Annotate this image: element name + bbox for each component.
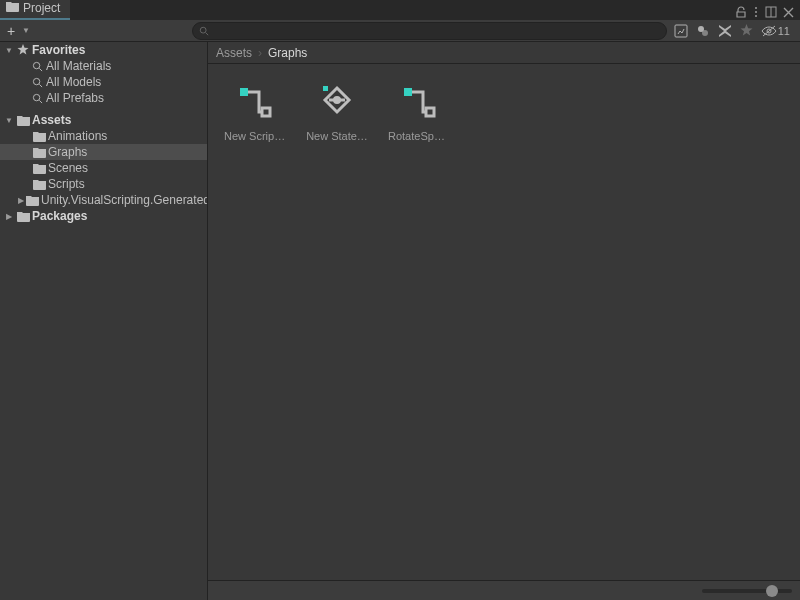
favorite-all-models[interactable]: ▶ All Models — [0, 74, 207, 90]
project-tab[interactable]: Project — [0, 0, 70, 20]
svg-rect-23 — [426, 108, 434, 116]
foldout-icon[interactable]: ▶ — [18, 196, 24, 205]
asset-script-graph[interactable]: New Script… — [224, 80, 286, 142]
svg-rect-7 — [675, 25, 687, 37]
folder-icon — [32, 161, 46, 175]
star-icon — [16, 43, 30, 57]
folder-icon — [32, 145, 46, 159]
breadcrumb-root[interactable]: Assets — [216, 46, 252, 60]
chevron-right-icon: › — [258, 46, 262, 60]
svg-rect-19 — [262, 108, 270, 116]
search-by-label-button[interactable] — [693, 22, 713, 40]
svg-point-9 — [702, 30, 708, 36]
favorite-all-prefabs[interactable]: ▶ All Prefabs — [0, 90, 207, 106]
svg-rect-21 — [323, 86, 328, 91]
slider-knob[interactable] — [766, 585, 778, 597]
state-graph-icon — [315, 80, 359, 124]
tree-label: Unity.VisualScripting.Generated — [41, 193, 208, 207]
svg-point-16 — [33, 94, 39, 100]
tree-label: Packages — [32, 209, 87, 223]
tree-label: Animations — [48, 129, 107, 143]
pane-layout-icon[interactable] — [765, 6, 777, 18]
script-graph-icon — [397, 80, 441, 124]
save-search-button[interactable] — [715, 22, 735, 40]
tree-folder-animations[interactable]: Animations — [0, 128, 207, 144]
tree-label: All Prefabs — [46, 91, 104, 105]
tree-label: Favorites — [32, 43, 85, 57]
asset-script-graph[interactable]: RotateSpe… — [388, 80, 450, 142]
tree-folder-scenes[interactable]: Scenes — [0, 160, 207, 176]
search-icon — [199, 26, 209, 36]
asset-label: New State… — [306, 130, 368, 142]
tree-assets-header[interactable]: ▼ Assets — [0, 112, 207, 128]
svg-line-15 — [39, 84, 42, 87]
lock-icon[interactable] — [735, 6, 747, 18]
hidden-count: 11 — [777, 25, 794, 37]
foldout-icon[interactable]: ▼ — [4, 116, 14, 125]
svg-line-13 — [39, 68, 42, 71]
foldout-icon[interactable]: ▶ — [4, 212, 14, 221]
search-icon — [30, 91, 44, 105]
foldout-icon[interactable]: ▼ — [4, 46, 14, 55]
tree-label: All Models — [46, 75, 101, 89]
tab-label: Project — [23, 1, 60, 15]
breadcrumb: Assets › Graphs — [208, 42, 800, 64]
search-icon — [30, 75, 44, 89]
tree-packages-header[interactable]: ▶ Packages — [0, 208, 207, 224]
tree-label: Scripts — [48, 177, 85, 191]
thumbnail-size-slider[interactable] — [702, 589, 792, 593]
svg-point-12 — [33, 62, 39, 68]
breadcrumb-current[interactable]: Graphs — [268, 46, 307, 60]
svg-point-5 — [200, 27, 206, 33]
asset-label: New Script… — [224, 130, 286, 142]
tree-favorites-header[interactable]: ▼ Favorites — [0, 42, 207, 58]
tree-label: Graphs — [48, 145, 87, 159]
tree-label: All Materials — [46, 59, 111, 73]
folder-icon — [32, 129, 46, 143]
asset-state-graph[interactable]: New State… — [306, 80, 368, 142]
close-icon[interactable] — [783, 7, 794, 18]
folder-icon — [32, 177, 46, 191]
svg-point-14 — [33, 78, 39, 84]
svg-rect-18 — [240, 88, 248, 96]
favorite-star-button[interactable] — [737, 22, 757, 40]
svg-point-1 — [755, 11, 757, 13]
folder-icon — [16, 113, 30, 127]
search-by-type-button[interactable] — [671, 22, 691, 40]
assets-grid: New Script… New State… — [208, 64, 800, 580]
svg-rect-22 — [404, 88, 412, 96]
tree-folder-scripts[interactable]: Scripts — [0, 176, 207, 192]
script-graph-icon — [233, 80, 277, 124]
svg-point-0 — [755, 7, 757, 9]
svg-line-17 — [39, 100, 42, 103]
tree-folder-graphs[interactable]: Graphs — [0, 144, 207, 160]
project-tree: ▼ Favorites ▶ All Materials ▶ All Models… — [0, 42, 208, 600]
folder-icon — [26, 193, 39, 207]
tree-label: Scenes — [48, 161, 88, 175]
create-button[interactable]: + — [4, 24, 18, 38]
svg-point-2 — [755, 15, 757, 17]
hidden-toggle-button[interactable]: 11 — [759, 22, 796, 40]
folder-icon — [6, 1, 19, 15]
search-input[interactable] — [192, 22, 667, 40]
bottom-bar — [208, 580, 800, 600]
tree-folder-vs-generated[interactable]: ▶ Unity.VisualScripting.Generated — [0, 192, 207, 208]
create-dropdown-caret[interactable]: ▼ — [20, 26, 30, 35]
more-icon[interactable] — [753, 6, 759, 18]
svg-line-6 — [206, 32, 209, 35]
favorite-all-materials[interactable]: ▶ All Materials — [0, 58, 207, 74]
folder-icon — [16, 209, 30, 223]
asset-label: RotateSpe… — [388, 130, 450, 142]
tree-label: Assets — [32, 113, 71, 127]
search-icon — [30, 59, 44, 73]
search-field[interactable] — [209, 25, 660, 37]
